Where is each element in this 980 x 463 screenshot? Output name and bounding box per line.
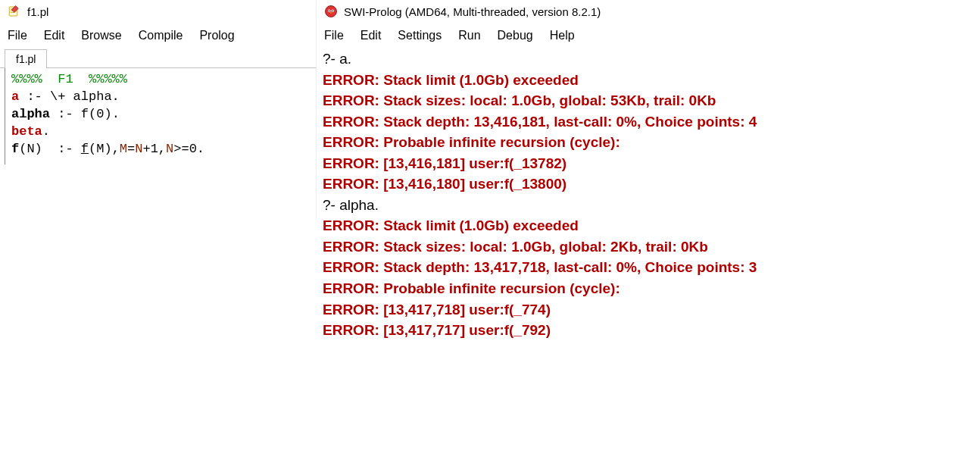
code-l5-ge: >=0. bbox=[173, 142, 204, 156]
editor-title: f1.pl bbox=[27, 5, 48, 18]
editor-titlebar: f1.pl bbox=[0, 0, 316, 23]
editor-file-icon bbox=[8, 5, 21, 18]
console-error-line: ERROR: Stack depth: 13,417,718, last-cal… bbox=[323, 257, 974, 278]
console-error-line: ERROR: Probable infinite recursion (cycl… bbox=[323, 278, 974, 299]
editor-menu-file[interactable]: File bbox=[8, 27, 36, 44]
console-error-line: ERROR: Probable infinite recursion (cycl… bbox=[323, 132, 974, 153]
editor-tabs: f1.pl bbox=[0, 48, 316, 68]
code-head-alpha: alpha bbox=[11, 107, 50, 121]
code-l5-open: (N) :- bbox=[19, 142, 81, 156]
editor-tab-f1[interactable]: f1.pl bbox=[5, 49, 47, 68]
editor-menubar: File Edit Browse Compile Prolog bbox=[0, 23, 316, 48]
console-menu-debug[interactable]: Debug bbox=[498, 27, 542, 44]
console-menu-run[interactable]: Run bbox=[458, 27, 489, 44]
console-error-line: ERROR: [13,416,181] user:f(_13782) bbox=[323, 153, 974, 174]
console-menu-settings[interactable]: Settings bbox=[398, 27, 451, 44]
svg-point-4 bbox=[329, 11, 330, 12]
code-comment: %%%% F1 %%%%% bbox=[11, 72, 127, 86]
console-error-line: ERROR: Stack sizes: local: 1.0Gb, global… bbox=[323, 90, 974, 111]
code-dot-l4: . bbox=[42, 124, 50, 139]
swipl-owl-icon bbox=[324, 5, 338, 18]
code-l5-n2: N bbox=[166, 142, 173, 156]
console-error-line: ERROR: [13,417,718] user:f(_774) bbox=[323, 299, 974, 321]
code-l5-n1: N bbox=[135, 142, 142, 156]
console-error-line: ERROR: Stack sizes: local: 1.0Gb, global… bbox=[323, 236, 974, 258]
code-l5-m: M bbox=[120, 142, 127, 156]
svg-point-5 bbox=[332, 11, 334, 12]
console-error-line: ERROR: Stack depth: 13,416,181, last-cal… bbox=[323, 111, 974, 133]
console-title: SWI-Prolog (AMD64, Multi-threaded, versi… bbox=[344, 5, 601, 18]
svg-point-1 bbox=[326, 6, 337, 17]
console-window: SWI-Prolog (AMD64, Multi-threaded, versi… bbox=[317, 0, 980, 463]
code-l5-plus: +1, bbox=[142, 142, 166, 156]
console-menu-edit[interactable]: Edit bbox=[360, 27, 391, 44]
console-query-line: ?- alpha. bbox=[323, 195, 974, 216]
code-head-f: f bbox=[11, 142, 19, 156]
code-rest-l2: :- \+ alpha. bbox=[19, 89, 120, 104]
code-editor[interactable]: %%%% F1 %%%%% a :- \+ alpha. alpha :- f(… bbox=[5, 68, 316, 164]
code-l5-eq: = bbox=[127, 142, 135, 156]
console-menu-help[interactable]: Help bbox=[550, 27, 584, 44]
console-error-line: ERROR: [13,416,180] user:f(_13800) bbox=[323, 174, 974, 195]
console-menu-file[interactable]: File bbox=[324, 27, 353, 44]
console-error-line: ERROR: [13,417,717] user:f(_792) bbox=[323, 320, 974, 341]
console-error-line: ERROR: Stack limit (1.0Gb) exceeded bbox=[323, 70, 974, 91]
code-head-beta: beta bbox=[11, 124, 42, 139]
console-error-line: ERROR: Stack limit (1.0Gb) exceeded bbox=[323, 215, 974, 236]
code-head-a: a bbox=[11, 89, 19, 104]
editor-window: f1.pl File Edit Browse Compile Prolog f1… bbox=[0, 0, 317, 220]
console-output[interactable]: ?- a.ERROR: Stack limit (1.0Gb) exceeded… bbox=[317, 48, 980, 347]
editor-menu-browse[interactable]: Browse bbox=[81, 27, 130, 44]
editor-menu-edit[interactable]: Edit bbox=[44, 27, 74, 44]
console-menubar: File Edit Settings Run Debug Help bbox=[317, 23, 980, 48]
code-l5-fcall: f bbox=[81, 142, 89, 156]
console-titlebar: SWI-Prolog (AMD64, Multi-threaded, versi… bbox=[317, 0, 980, 23]
editor-menu-prolog[interactable]: Prolog bbox=[199, 27, 243, 44]
code-l5-argsA: (M), bbox=[89, 142, 120, 156]
code-rest-l3: :- f(0). bbox=[50, 107, 120, 121]
console-query-line: ?- a. bbox=[323, 48, 974, 70]
editor-menu-compile[interactable]: Compile bbox=[139, 27, 192, 44]
